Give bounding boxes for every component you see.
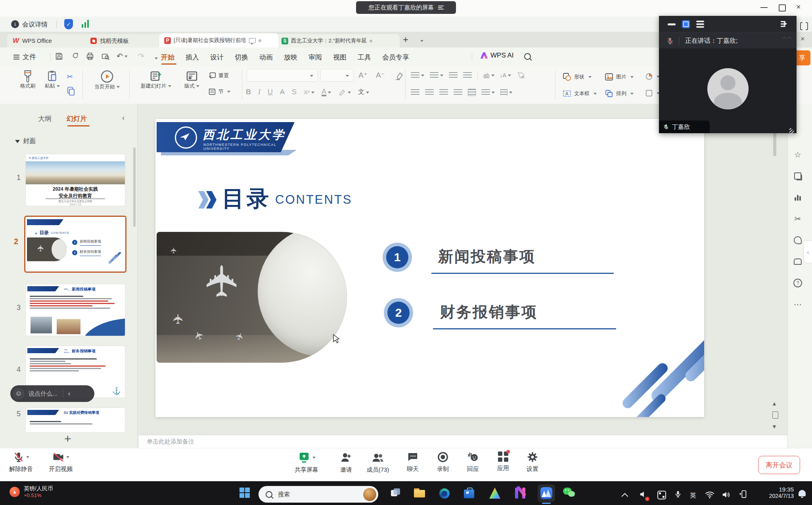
slide-thumbnail-1[interactable]: ✈ 西北工业大学 2024 年暑期社会实践 安全及行前教育 西北工业大学马克思主…	[25, 154, 125, 206]
copy-panel-icon[interactable]	[789, 167, 806, 185]
numbered-list-button[interactable]	[430, 72, 443, 78]
copy-button[interactable]	[67, 86, 75, 96]
ms-store-icon[interactable]	[464, 488, 474, 499]
chat-collapse-button[interactable]: ‹	[68, 390, 71, 398]
tab-ppt-active[interactable]: P [只读]暑期社会实践报销行前培	[159, 33, 278, 48]
font-name-chevron[interactable]	[310, 75, 313, 78]
menu-insert[interactable]: 插入	[180, 53, 205, 62]
tools-icon[interactable]: ✂	[789, 210, 806, 228]
font-size-chevron[interactable]	[346, 75, 349, 78]
justify-button[interactable]	[454, 89, 462, 96]
favorites-star-icon[interactable]: ☆	[789, 146, 806, 163]
tab-list-chevron[interactable]	[420, 40, 423, 44]
distribute-button[interactable]	[468, 89, 476, 96]
security-shield-icon[interactable]: ✓	[64, 19, 73, 29]
menu-design[interactable]: 设计	[205, 53, 229, 62]
emoji-icon[interactable]: ☺	[13, 388, 25, 400]
paste-button[interactable]: 粘贴	[41, 70, 63, 90]
quick-chat-pill[interactable]: ☺ 说点什么... ‹	[10, 385, 94, 402]
shapes-button[interactable]: 形状	[562, 72, 592, 82]
tray-phone-link-icon[interactable]	[739, 490, 748, 499]
start-video-button[interactable]: 开启视频	[43, 451, 79, 473]
tab-wps-home[interactable]: W WPS Office	[7, 34, 87, 48]
panel-minimize-icon[interactable]	[668, 23, 676, 25]
wps-ai-button[interactable]: WPS AI	[481, 52, 514, 59]
print-preview-icon[interactable]	[101, 52, 110, 61]
purple-n-app-icon[interactable]	[515, 488, 526, 499]
slide-thumbnail-2-selected[interactable]: » 目录 CONTENTS ✈ 1 新闻投稿事项 2 财务报销事项	[24, 216, 126, 273]
panel-collapse-icon[interactable]	[781, 20, 789, 28]
undo-button[interactable]: ↶	[117, 52, 128, 61]
panel-close-icon[interactable]: ×	[801, 35, 805, 43]
menu-home[interactable]: 开始	[155, 53, 180, 62]
highlight-button[interactable]	[338, 88, 351, 96]
play-from-page-button[interactable]: 当页开始	[88, 70, 126, 90]
panel-tab-slides[interactable]: 幻灯片	[67, 114, 87, 123]
more-icon[interactable]: ⋯	[789, 296, 806, 313]
merge-shape-icon[interactable]	[517, 71, 525, 79]
reset-button[interactable]: 重置	[208, 71, 229, 80]
tab-modified-dot[interactable]	[370, 40, 372, 42]
save-icon[interactable]	[55, 52, 63, 61]
text-direction-button[interactable]: ab	[483, 72, 494, 78]
text-tool-button[interactable]: 文	[358, 88, 369, 96]
align-center-button[interactable]	[425, 89, 434, 96]
task-view-icon[interactable]	[391, 488, 400, 498]
start-button[interactable]	[239, 488, 250, 498]
italic-button[interactable]: I	[258, 88, 260, 96]
bullet-list-button[interactable]	[411, 72, 424, 78]
panel-resize-handle[interactable]	[787, 124, 794, 131]
banner-menu-icon[interactable]	[438, 5, 444, 10]
tray-speaker-muted-icon[interactable]: ×	[639, 490, 648, 500]
align-right-button[interactable]	[439, 89, 448, 96]
new-slide-button[interactable]: 新建幻灯片	[134, 70, 178, 90]
members-button[interactable]: 成员(73)	[360, 451, 396, 474]
tab-docer[interactable]: 找稻壳模板	[85, 34, 163, 48]
tray-mic-icon[interactable]	[674, 490, 682, 499]
slide-nav-icon[interactable]	[772, 411, 778, 419]
prev-slide-button[interactable]: ▲	[772, 400, 777, 407]
format-painter-button[interactable]: 格式刷	[16, 70, 40, 90]
leave-meeting-button[interactable]: 离开会议	[758, 456, 800, 474]
underline-button[interactable]: U	[268, 88, 273, 96]
share-options-chevron[interactable]	[312, 457, 316, 460]
menu-animation[interactable]: 动画	[254, 53, 278, 62]
toc-title[interactable]: 目录	[222, 184, 271, 214]
video-options-chevron[interactable]	[66, 456, 69, 460]
increase-font-button[interactable]: A⁺	[358, 71, 368, 80]
tray-volume-icon[interactable]	[722, 490, 730, 499]
new-tab-button[interactable]: +	[403, 34, 408, 45]
quick-chat-input[interactable]: 说点什么...	[29, 390, 57, 398]
font-color-button[interactable]: A	[322, 88, 331, 96]
superscript-button[interactable]: X²	[304, 89, 314, 96]
textbox-button[interactable]: A 文本框	[562, 89, 597, 98]
panel-collapse-button[interactable]: ‹	[122, 113, 124, 122]
thumbnail-scrollbar[interactable]	[133, 147, 136, 227]
file-explorer-icon[interactable]	[414, 488, 425, 498]
invite-button[interactable]: 邀请	[328, 451, 364, 474]
meeting-app-icon-active[interactable]	[538, 484, 555, 502]
meeting-video-panel[interactable]: 正在讲话：丁嘉欣; ⌃⌃ 丁嘉欣	[659, 16, 797, 133]
window-minimize-button[interactable]	[760, 7, 768, 8]
sidebar-collapse-tab[interactable]: ‹	[803, 240, 812, 263]
widgets-button[interactable]: ▲ 英镑/人民币 +0.51%	[10, 485, 53, 498]
meeting-details-button[interactable]: 会议详情	[22, 21, 48, 29]
decrease-font-button[interactable]: A⁻	[376, 71, 385, 80]
decrease-indent-button[interactable]	[449, 72, 458, 78]
next-slide-button[interactable]: ▼	[772, 423, 777, 430]
toc-title-en[interactable]: CONTENTS	[275, 193, 352, 207]
clear-format-icon[interactable]	[394, 71, 404, 81]
taskbar-search[interactable]: 搜索	[259, 486, 378, 503]
menu-view[interactable]: 视图	[327, 53, 352, 62]
shadow-button[interactable]: S	[292, 88, 297, 96]
layout-button[interactable]: 版式	[179, 70, 205, 90]
panel-list-icon[interactable]	[696, 21, 704, 28]
window-close-button[interactable]: ×	[796, 2, 801, 11]
increase-indent-button[interactable]	[463, 72, 472, 78]
tab-sheet[interactable]: S 西北工业大学：2.“新时代青年延	[277, 34, 400, 48]
section-button[interactable]: 节	[208, 87, 230, 96]
slide-thumbnail-3[interactable]: 一、新闻投稿事项	[25, 284, 125, 336]
cut-button[interactable]: ✂	[67, 72, 73, 81]
strikethrough-button[interactable]: A	[280, 88, 285, 96]
redo-button[interactable]: ↷	[138, 52, 144, 61]
